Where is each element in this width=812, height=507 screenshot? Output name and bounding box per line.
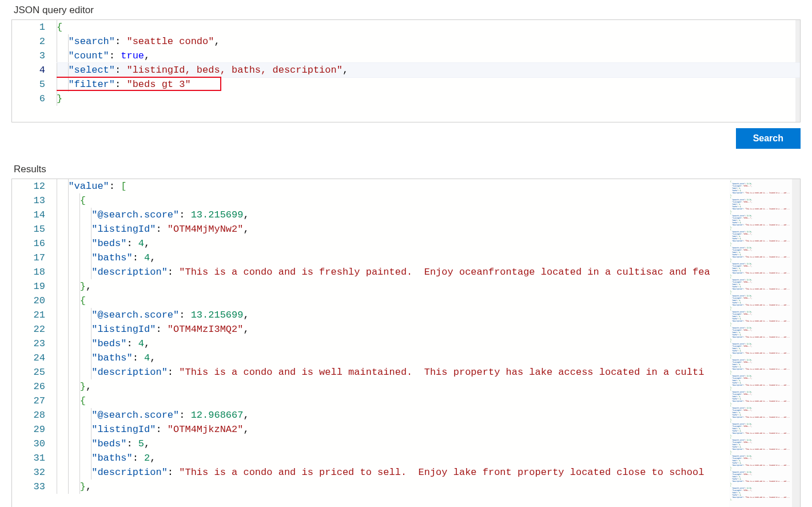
query-editor-title: JSON query editor: [14, 5, 801, 16]
results-line[interactable]: {: [57, 193, 800, 208]
results-line[interactable]: "@search.score": 13.215699,: [57, 208, 800, 222]
results-line[interactable]: "listingId": "OTM4MjkzNA2",: [57, 422, 800, 437]
json-query-editor[interactable]: 123456 { "search": "seattle condo", "cou…: [11, 19, 801, 122]
results-line[interactable]: },: [57, 379, 800, 394]
results-line[interactable]: "description": "This is a condo and is f…: [57, 265, 800, 279]
results-overview-ruler[interactable]: [792, 179, 800, 507]
results-line[interactable]: {: [57, 394, 800, 408]
query-line[interactable]: "select": "listingId, beds, baths, descr…: [57, 63, 800, 77]
results-line[interactable]: "description": "This is a condo and is w…: [57, 365, 800, 379]
results-section: Results 12131415161718192021222324252627…: [0, 164, 812, 507]
results-line[interactable]: "baths": 4,: [57, 351, 800, 365]
results-line[interactable]: "listingId": "OTM4MzI3MQ2",: [57, 322, 800, 336]
results-line[interactable]: "beds": 4,: [57, 236, 800, 251]
results-line[interactable]: "value": [: [57, 179, 800, 193]
results-line[interactable]: },: [57, 279, 800, 294]
query-line-gutter: 123456: [12, 20, 57, 106]
query-line[interactable]: "count": true,: [57, 49, 800, 63]
results-minimap[interactable]: { "@search.score": 12.34, "listingId": "…: [729, 179, 792, 507]
query-editor-section: JSON query editor 123456 { "search": "se…: [0, 5, 812, 122]
results-line[interactable]: "beds": 5,: [57, 437, 800, 451]
query-code-area[interactable]: { "search": "seattle condo", "count": tr…: [57, 20, 800, 122]
query-line[interactable]: "filter": "beds gt 3": [57, 77, 800, 92]
results-title: Results: [14, 164, 801, 175]
results-line[interactable]: "@search.score": 12.968667,: [57, 408, 800, 422]
results-line[interactable]: "listingId": "OTM4MjMyNw2",: [57, 222, 800, 236]
results-code-area[interactable]: "value": [ { "@search.score": 13.215699,…: [57, 179, 800, 507]
search-button[interactable]: Search: [736, 128, 801, 149]
results-viewer[interactable]: 1213141516171819202122232425262728293031…: [11, 179, 801, 507]
search-button-row: Search: [0, 122, 812, 159]
results-line[interactable]: "description": "This is a condo and is p…: [57, 465, 800, 480]
results-line[interactable]: {: [57, 294, 800, 308]
results-line[interactable]: "beds": 4,: [57, 336, 800, 351]
query-line[interactable]: "search": "seattle condo",: [57, 34, 800, 49]
results-line[interactable]: },: [57, 480, 800, 494]
query-line[interactable]: {: [57, 20, 800, 34]
results-line-gutter: 1213141516171819202122232425262728293031…: [12, 179, 57, 494]
results-line[interactable]: "@search.score": 13.215699,: [57, 308, 800, 322]
results-line[interactable]: "baths": 2,: [57, 451, 800, 465]
query-line[interactable]: }: [57, 92, 800, 106]
results-line[interactable]: "baths": 4,: [57, 251, 800, 265]
